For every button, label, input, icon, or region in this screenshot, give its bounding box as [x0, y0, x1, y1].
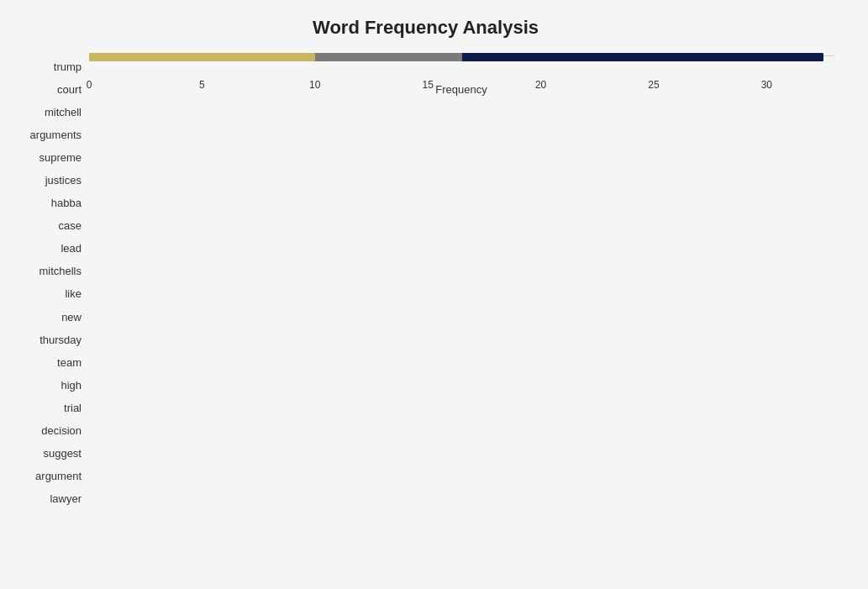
y-label: new	[61, 312, 82, 323]
y-label: high	[60, 380, 82, 391]
y-label: lawyer	[50, 493, 82, 504]
x-tick-label: 25	[648, 79, 659, 91]
y-label: mitchells	[39, 266, 82, 276]
chart-title: Word Frequency Analysis	[17, 17, 834, 39]
y-axis-labels: trumpcourtmitchellargumentssupremejustic…	[17, 55, 88, 510]
y-label: habba	[51, 197, 82, 208]
x-tick-label: 20	[535, 79, 546, 91]
bars-area: 051015202530	[88, 55, 834, 56]
x-tick-label: 5	[199, 79, 205, 91]
y-label: supreme	[39, 152, 82, 163]
y-label: team	[57, 357, 82, 368]
y-label: trial	[64, 402, 82, 413]
x-tick-label: 15	[422, 79, 433, 91]
y-label: case	[59, 220, 82, 231]
x-tick-label: 0	[87, 79, 92, 91]
y-label: decision	[41, 425, 82, 436]
chart-container: Word Frequency Analysis trumpcourtmitche…	[0, 0, 868, 589]
x-tick-label: 30	[761, 79, 772, 91]
y-label: argument	[35, 471, 82, 481]
chart-area: trumpcourtmitchellargumentssupremejustic…	[17, 55, 834, 510]
y-label: like	[65, 288, 82, 299]
y-label: arguments	[30, 129, 82, 140]
y-label: trump	[54, 61, 82, 72]
y-label: mitchell	[45, 107, 82, 118]
bar	[89, 53, 175, 61]
y-label: justices	[45, 175, 82, 186]
x-tick-label: 10	[309, 79, 320, 91]
bars	[89, 55, 834, 59]
y-label: court	[57, 84, 82, 95]
y-label: suggest	[43, 448, 82, 459]
y-label: thursday	[39, 334, 82, 345]
y-label: lead	[60, 243, 82, 254]
